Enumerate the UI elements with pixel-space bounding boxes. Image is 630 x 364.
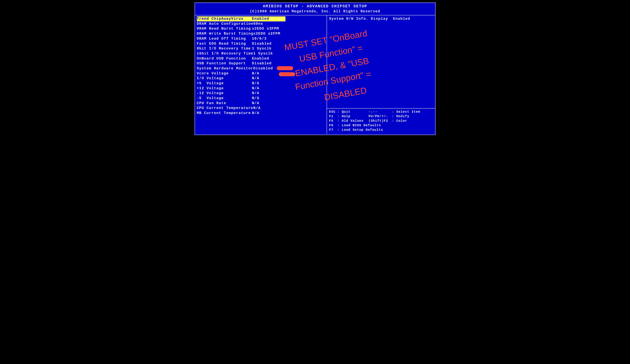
info-pane: System H/W Info. Display Enabled	[327, 15, 435, 108]
setting-value: N/A	[252, 96, 325, 101]
setting-value: N/A	[252, 111, 325, 116]
setting-value: 60ns	[253, 21, 325, 26]
help-key: F7	[329, 128, 337, 132]
help-key: F6	[329, 123, 337, 128]
setting-value: Disabled	[252, 61, 325, 66]
setting-label: DRAM Read Burst Timing	[197, 26, 252, 31]
bios-body: Trend ChipAwayVirusEnabledDRAM Auto Conf…	[195, 15, 435, 134]
right-pane: System H/W Info. Display Enabled ESC: Qu…	[327, 15, 435, 134]
setting-label: System Hardware Monitor	[197, 66, 253, 71]
setting-label: Trend ChipAwayVirus	[197, 16, 252, 21]
setting-label: Vcore Voltage	[197, 71, 252, 76]
help-action: Modify	[396, 114, 433, 119]
help-action: Quit	[342, 109, 368, 114]
help-row: ESC: Quit↑↓←→: Select Item	[329, 109, 433, 114]
setting-row[interactable]: Trend ChipAwayVirusEnabled	[197, 16, 286, 21]
help-action	[408, 123, 433, 128]
setting-value: N/A	[252, 71, 325, 76]
setting-label: +12 Voltage	[197, 86, 252, 91]
setting-value: x2EDO x3FPM	[252, 26, 325, 31]
bios-title: AMIBIOS SETUP - ADVANCED CHIPSET SETUP	[195, 4, 435, 9]
setting-label: I/O Voltage	[197, 76, 252, 81]
hw-info-label: System H/W Info. Display	[329, 16, 388, 21]
setting-value: 10/6/3	[252, 36, 325, 41]
setting-label: OnBoard USB Function	[197, 56, 252, 61]
setting-label: CPU Fan Rate	[197, 101, 252, 106]
bios-header: AMIBIOS SETUP - ADVANCED CHIPSET SETUP (…	[195, 3, 435, 15]
help-row: F5: Old Values(Shift)F2: Color	[329, 119, 433, 123]
setting-value: N/A	[252, 101, 325, 106]
setting-row[interactable]: Fast EDO Read TimingDisabled	[197, 41, 325, 46]
setting-row[interactable]: Vcore VoltageN/A	[197, 71, 325, 76]
help-action: Old Values	[342, 119, 368, 123]
setting-row[interactable]: DRAM Read Burst Timingx2EDO x3FPM	[197, 26, 325, 31]
setting-value: N/A	[252, 91, 325, 96]
setting-row[interactable]: CPU Current TemperatureN/A	[197, 106, 325, 111]
setting-value: N/A	[253, 106, 325, 111]
setting-label: Fast EDO Read Timing	[197, 41, 252, 46]
bios-copyright: (C)1998 American Megatrends, Inc. All Ri…	[195, 9, 435, 14]
help-action: Select Item	[396, 109, 433, 114]
setting-value: Disabled	[252, 41, 325, 46]
setting-label: CPU Current Temperature	[197, 106, 253, 111]
setting-label: DRAM Auto Configuration	[197, 21, 253, 26]
setting-row[interactable]: -12 VoltageN/A	[197, 91, 325, 96]
help-key: ESC	[329, 109, 337, 114]
help-action	[410, 128, 433, 132]
setting-value: 1 Sysclk	[253, 51, 325, 56]
hw-info-row[interactable]: System H/W Info. Display Enabled	[329, 16, 433, 21]
setting-row[interactable]: MB Current TemperatureN/A	[197, 111, 325, 116]
setting-row[interactable]: DRAM Auto Configuration60ns	[197, 21, 325, 26]
setting-label: DRAM Lead Off Timing	[197, 36, 252, 41]
help-key: ↑↓←→	[368, 109, 392, 114]
bios-window: AMIBIOS SETUP - ADVANCED CHIPSET SETUP (…	[194, 2, 436, 135]
help-action: Load BIOS Defaults	[342, 123, 381, 128]
setting-label: -12 Voltage	[197, 91, 252, 96]
setting-row[interactable]: -5 VoltageN/A	[197, 96, 325, 101]
setting-row[interactable]: +5 VoltageN/A	[197, 81, 325, 86]
settings-list[interactable]: Trend ChipAwayVirusEnabledDRAM Auto Conf…	[197, 16, 325, 116]
setting-label: 8bit I/O Recovery Time	[197, 46, 252, 51]
help-key: F5	[329, 119, 337, 123]
help-key: PU/PD/+/-	[368, 114, 392, 119]
setting-value: 1 Sysclk	[252, 46, 325, 51]
crt-screen: AMIBIOS SETUP - ADVANCED CHIPSET SETUP (…	[192, 0, 438, 137]
setting-row[interactable]: OnBoard USB FunctionEnabled	[197, 56, 325, 61]
setting-value: N/A	[252, 76, 325, 81]
setting-value: x2EDO x2FPM	[253, 31, 325, 36]
setting-row[interactable]: 8bit I/O Recovery Time1 Sysclk	[197, 46, 325, 51]
settings-pane: Trend ChipAwayVirusEnabledDRAM Auto Conf…	[195, 15, 327, 134]
setting-row[interactable]: +12 VoltageN/A	[197, 86, 325, 91]
setting-label: 16bit I/O Recovery Time	[197, 51, 253, 56]
help-row: F6: Load BIOS Defaults	[329, 123, 433, 128]
help-key	[381, 123, 404, 128]
help-action: Load Setup Defaults	[342, 128, 383, 132]
setting-row[interactable]: CPU Fan RateN/A	[197, 101, 325, 106]
setting-value: N/A	[252, 81, 325, 86]
setting-label: USB Function Support	[197, 61, 252, 66]
hw-info-value: Enabled	[393, 16, 410, 21]
setting-row[interactable]: DRAM Lead Off Timing10/6/3	[197, 36, 325, 41]
setting-row[interactable]: System Hardware MonitorDisabled	[197, 66, 325, 71]
help-row: F7: Load Setup Defaults	[329, 128, 433, 132]
setting-row[interactable]: USB Function SupportDisabled	[197, 61, 325, 66]
setting-value: Enabled	[252, 56, 325, 61]
setting-label: -5 Voltage	[197, 96, 252, 101]
setting-row[interactable]: 16bit I/O Recovery Time1 Sysclk	[197, 51, 325, 56]
setting-label: DRAM Write Burst Timing	[197, 31, 253, 36]
help-key	[383, 128, 406, 132]
help-key: (Shift)F2	[368, 119, 392, 123]
help-row: F1: HelpPU/PD/+/-: Modify	[329, 114, 433, 119]
setting-row[interactable]: I/O VoltageN/A	[197, 76, 325, 81]
setting-label: +5 Voltage	[197, 81, 252, 86]
setting-value: N/A	[252, 86, 325, 91]
setting-row[interactable]: DRAM Write Burst Timingx2EDO x2FPM	[197, 31, 325, 36]
help-action: Help	[342, 114, 368, 119]
help-key: F1	[329, 114, 337, 119]
help-action: Color	[396, 119, 433, 123]
help-pane: ESC: Quit↑↓←→: Select ItemF1: HelpPU/PD/…	[327, 108, 435, 134]
setting-label: MB Current Temperature	[197, 111, 252, 116]
setting-value: Enabled	[252, 16, 286, 21]
setting-value: Disabled	[253, 66, 325, 71]
